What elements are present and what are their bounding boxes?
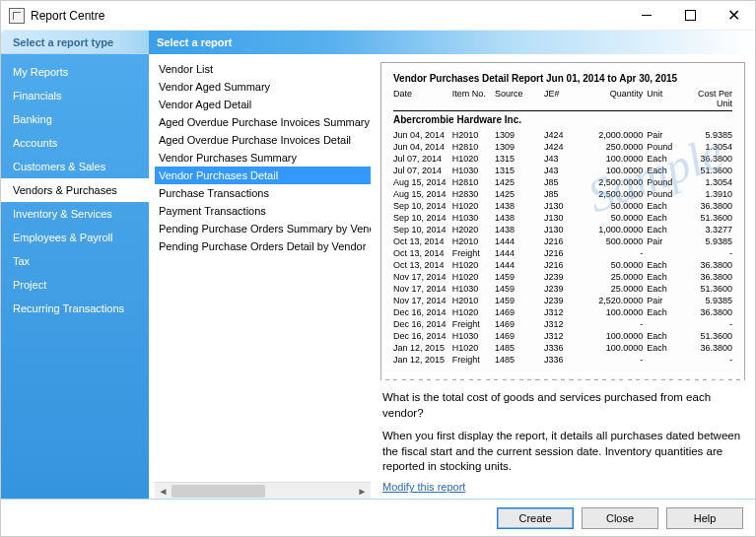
sidebar-item[interactable]: Customers & Sales <box>1 155 149 178</box>
description-question: What is the total cost of goods and serv… <box>382 390 743 421</box>
report-row: Oct 13, 2014Freight1444J216-- <box>393 247 732 259</box>
right-pane-header: Select a report <box>149 31 755 54</box>
report-row: Jun 04, 2014H28101309J424250.0000Pound1.… <box>393 141 732 153</box>
report-list-item[interactable]: Aged Overdue Purchase Invoices Summary <box>155 113 371 131</box>
sidebar-item[interactable]: Financials <box>1 84 149 107</box>
report-row: Jul 07, 2014H10301315J43100.0000Each51.3… <box>393 165 732 176</box>
create-button[interactable]: Create <box>497 507 574 529</box>
report-row: Aug 15, 2014H28101425J852,500.0000Pound1… <box>393 176 732 188</box>
report-list-item[interactable]: Purchase Transactions <box>155 184 371 202</box>
maximize-button[interactable] <box>668 1 712 31</box>
sidebar-item[interactable]: Recurring Transactions <box>1 297 149 320</box>
modify-report-link[interactable]: Modify this report <box>371 481 465 493</box>
sidebar-item[interactable]: Employees & Payroll <box>1 226 149 249</box>
report-column-headers: Date Item No. Source JE# Quantity Unit C… <box>393 87 732 111</box>
footer: Create Close Help <box>1 499 755 536</box>
report-list: Vendor ListVendor Aged SummaryVendor Age… <box>149 54 371 499</box>
report-preview: Vendor Purchases Detail Report Jun 01, 2… <box>371 54 755 499</box>
title-bar: Report Centre ✕ <box>1 1 755 31</box>
report-list-item[interactable]: Pending Purchase Orders Summary by Vendo… <box>155 220 371 237</box>
content-area: Select a report type My ReportsFinancial… <box>1 31 755 499</box>
scroll-thumb[interactable] <box>172 485 265 498</box>
report-row: Jan 12, 2015H10201485J336100.0000Each36.… <box>393 342 732 354</box>
report-title: Vendor Purchases Detail Report Jun 01, 2… <box>393 73 732 84</box>
report-row: Jan 12, 2015Freight1485J336-- <box>393 354 732 366</box>
close-button[interactable]: Close <box>582 507 658 529</box>
report-list-item[interactable]: Payment Transactions <box>155 202 371 220</box>
report-document: Vendor Purchases Detail Report Jun 01, 2… <box>380 62 745 380</box>
report-row: Dec 16, 2014H10301469J312100.0000Each51.… <box>393 330 732 342</box>
sidebar-item[interactable]: Project <box>1 273 149 297</box>
close-window-button[interactable]: ✕ <box>712 1 755 31</box>
description-body: When you first display the report, it de… <box>382 429 743 475</box>
window-title: Report Centre <box>31 9 625 23</box>
report-list-item[interactable]: Aged Overdue Purchase Invoices Detail <box>155 131 371 149</box>
left-column: Select a report type My ReportsFinancial… <box>1 31 149 499</box>
report-list-item[interactable]: Vendor Aged Summary <box>155 78 371 96</box>
reports-row: Vendor ListVendor Aged SummaryVendor Age… <box>149 54 755 499</box>
report-list-item[interactable]: Vendor Purchases Summary <box>155 149 371 167</box>
help-button[interactable]: Help <box>666 507 743 529</box>
sidebar-item[interactable]: Banking <box>1 107 149 131</box>
report-row: Nov 17, 2014H10301459J23925.0000Each51.3… <box>393 283 732 295</box>
report-list-item[interactable]: Vendor Purchases Detail <box>155 167 371 184</box>
report-row: Aug 15, 2014H28301425J852,500.0000Pound1… <box>393 188 732 200</box>
report-row: Jun 04, 2014H20101309J4242,000.0000Pair5… <box>393 129 732 141</box>
report-list-item[interactable]: Vendor List <box>155 60 371 78</box>
sidebar-item[interactable]: Inventory & Services <box>1 202 149 226</box>
report-row: Sep 10, 2014H20201438J1301,000.0000Each3… <box>393 224 732 235</box>
report-row: Sep 10, 2014H10201438J13050.0000Each36.3… <box>393 200 732 212</box>
report-type-sidebar: My ReportsFinancialsBankingAccountsCusto… <box>1 54 149 499</box>
right-column: Select a report Vendor ListVendor Aged S… <box>149 31 755 499</box>
scroll-left-icon[interactable]: ◄ <box>155 483 172 500</box>
report-list-item[interactable]: Pending Purchase Orders Detail by Vendor <box>155 237 371 255</box>
report-row: Dec 16, 2014H10201469J312100.0000Each36.… <box>393 306 732 318</box>
report-row: Oct 13, 2014H20101444J216500.0000Pair5.9… <box>393 235 732 247</box>
report-description: What is the total cost of goods and serv… <box>380 380 745 485</box>
sidebar-item[interactable]: Vendors & Purchases <box>1 178 149 202</box>
report-row: Jul 07, 2014H10201315J43100.0000Each36.3… <box>393 153 732 165</box>
sidebar-item[interactable]: Accounts <box>1 131 149 155</box>
report-row: Nov 17, 2014H20101459J2392,520.0000Pair5… <box>393 295 732 306</box>
vendor-name: Abercrombie Hardware Inc. <box>393 111 732 129</box>
report-row: Sep 10, 2014H10301438J13050.0000Each51.3… <box>393 212 732 224</box>
scroll-right-icon[interactable]: ► <box>354 483 371 500</box>
modify-row: Modify this report <box>371 475 755 499</box>
report-list-scrollbar[interactable]: ◄ ► <box>155 482 371 499</box>
minimize-button[interactable] <box>625 1 668 31</box>
report-list-item[interactable]: Vendor Aged Detail <box>155 96 371 113</box>
app-icon <box>9 8 25 24</box>
report-row: Nov 17, 2014H10201459J23925.0000Each36.3… <box>393 271 732 283</box>
left-pane-header: Select a report type <box>1 31 149 54</box>
report-row: Dec 16, 2014Freight1469J312-- <box>393 318 732 330</box>
sidebar-item[interactable]: Tax <box>1 249 149 273</box>
sidebar-item[interactable]: My Reports <box>1 60 149 84</box>
report-row: Oct 13, 2014H10201444J21650.0000Each36.3… <box>393 259 732 271</box>
